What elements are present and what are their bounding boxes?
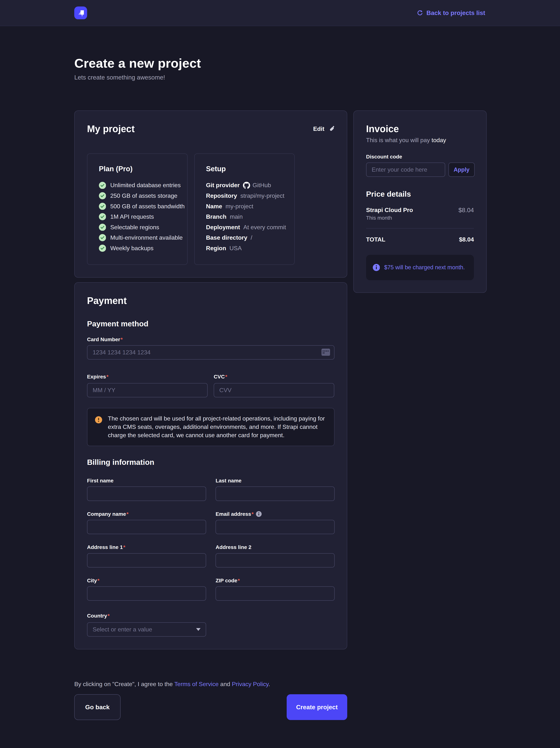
edit-button[interactable]: Edit — [313, 125, 335, 132]
total-label: TOTAL — [366, 236, 385, 243]
setup-row-label: Repository — [206, 192, 237, 199]
agreement-suffix: . — [268, 681, 270, 687]
plan-feature: Weekly backups — [99, 243, 176, 254]
invoice-subtitle-emphasis: today — [432, 137, 446, 143]
plan-feature: Unlimited database entries — [99, 180, 176, 191]
email-address-input[interactable] — [216, 520, 335, 534]
apply-button[interactable]: Apply — [448, 163, 474, 177]
plan-feature: Multi-environment available — [99, 232, 176, 243]
expires-input[interactable] — [87, 383, 208, 397]
setup-box: Setup Git provider GitHub — [194, 154, 295, 265]
setup-row-repository: Repository strapi/my-project — [206, 190, 283, 201]
check-circle-icon — [99, 182, 106, 189]
plan-box: Plan (Pro) Unlimited database entries 25… — [87, 154, 188, 265]
first-name-field: First name — [87, 477, 206, 501]
card-number-input[interactable] — [87, 345, 335, 359]
invoice-subtitle: This is what you will pay today — [366, 137, 474, 144]
city-input[interactable] — [87, 586, 206, 601]
discount-code-input[interactable] — [366, 163, 445, 177]
country-label: Country — [87, 613, 107, 618]
required-asterisk: * — [123, 544, 125, 550]
total-amount: $8.04 — [459, 236, 474, 243]
setup-row-value: USA — [229, 245, 242, 252]
go-back-button[interactable]: Go back — [74, 694, 120, 720]
check-circle-icon — [99, 234, 106, 241]
next-month-charge-text: $75 will be charged next month. — [384, 264, 465, 271]
caret-down-icon — [196, 628, 200, 631]
undo-arrow-icon — [416, 9, 423, 16]
address-line-2-field: Address line 2 — [216, 544, 335, 567]
billing-information-title: Billing information — [87, 458, 335, 467]
terms-of-service-link[interactable]: Terms of Service — [174, 681, 219, 687]
last-name-label: Last name — [216, 477, 242, 484]
zip-code-field: ZIP code* — [216, 578, 335, 601]
payment-title: Payment — [87, 295, 335, 306]
check-circle-icon — [99, 224, 106, 231]
country-field: Country* Select or enter a value — [87, 611, 206, 637]
check-circle-icon — [99, 244, 106, 252]
plan-title: Plan (Pro) — [99, 165, 176, 173]
page-title: Create a new project — [74, 56, 486, 71]
my-project-card: My project Edit Plan (Pro) — [74, 111, 347, 277]
first-name-input[interactable] — [87, 487, 206, 501]
address-line-1-input[interactable] — [87, 553, 206, 567]
required-asterisk: * — [238, 578, 240, 583]
email-address-label: Email address — [216, 511, 251, 517]
card-number-label-text: Card Number — [87, 336, 120, 342]
cvc-input[interactable] — [214, 383, 334, 397]
back-link-label: Back to projects list — [427, 9, 485, 17]
address-line-2-input[interactable] — [216, 553, 335, 567]
price-line-item: Strapi Cloud Pro This month $8.04 — [366, 207, 474, 221]
required-asterisk: * — [225, 374, 227, 379]
plan-feature-label: 1M API requests — [110, 213, 154, 220]
pen-icon — [328, 126, 334, 132]
setup-row-branch: Branch main — [206, 211, 283, 222]
info-icon[interactable] — [256, 511, 262, 517]
setup-row-label: Git provider — [206, 182, 240, 189]
country-select[interactable]: Select or enter a value — [87, 622, 206, 637]
next-month-charge-note: $75 will be charged next month. — [366, 255, 474, 280]
address-line-2-label: Address line 2 — [216, 544, 251, 550]
privacy-policy-link[interactable]: Privacy Policy — [232, 681, 269, 687]
setup-row-value: At every commit — [243, 224, 286, 231]
github-icon — [243, 182, 250, 189]
check-circle-icon — [99, 203, 106, 210]
page: Back to projects list Create a new proje… — [0, 0, 560, 748]
plan-feature-label: 500 GB of assets bandwidth — [110, 203, 185, 210]
setup-row-label: Region — [206, 245, 226, 252]
cvc-label-text: CVC — [214, 374, 225, 379]
address-line-1-field: Address line 1* — [87, 544, 206, 567]
setup-row-value: GitHub — [243, 182, 271, 189]
required-asterisk: * — [106, 374, 108, 379]
git-provider-value: GitHub — [252, 182, 271, 189]
edit-button-label: Edit — [313, 125, 324, 132]
required-asterisk: * — [107, 613, 109, 618]
plan-feature: 1M API requests — [99, 211, 176, 222]
plan-feature-label: Multi-environment available — [110, 234, 182, 241]
last-name-input[interactable] — [216, 487, 335, 501]
required-asterisk: * — [126, 511, 128, 517]
company-name-input[interactable] — [87, 520, 206, 534]
setup-row-git-provider: Git provider GitHub — [206, 180, 283, 191]
setup-row-value: my-project — [225, 203, 253, 210]
create-project-button[interactable]: Create project — [287, 694, 347, 720]
strapi-logo-icon[interactable] — [74, 6, 87, 19]
plan-feature-label: Weekly backups — [110, 245, 153, 252]
line-item-name: Strapi Cloud Pro — [366, 207, 413, 213]
zip-code-input[interactable] — [216, 586, 335, 601]
setup-row-value: / — [250, 234, 252, 241]
check-circle-icon — [99, 213, 106, 220]
line-item-amount: $8.04 — [458, 207, 474, 214]
plan-feature: Selectable regions — [99, 222, 176, 233]
plan-feature-label: Unlimited database entries — [110, 182, 180, 189]
plan-feature: 500 GB of assets bandwidth — [99, 201, 176, 212]
invoice-title: Invoice — [366, 123, 474, 134]
setup-row-label: Branch — [206, 213, 226, 220]
plan-feature-label: Selectable regions — [110, 224, 159, 231]
zip-code-label: ZIP code — [216, 578, 237, 583]
plan-feature-list: Unlimited database entries 250 GB of ass… — [99, 180, 176, 254]
back-to-projects-link[interactable]: Back to projects list — [416, 9, 485, 17]
setup-row-label: Base directory — [206, 234, 247, 241]
total-row: TOTAL $8.04 — [366, 236, 474, 243]
last-name-field: Last name — [216, 477, 335, 501]
